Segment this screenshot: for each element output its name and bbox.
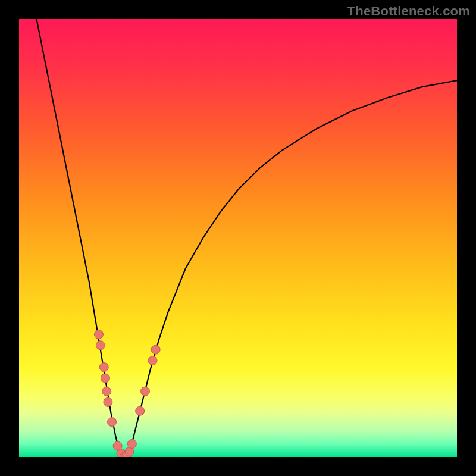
data-marker	[125, 447, 134, 456]
data-marker	[140, 387, 149, 396]
data-marker	[136, 406, 145, 415]
data-marker	[94, 330, 103, 339]
data-marker	[102, 387, 111, 396]
data-marker	[96, 341, 105, 350]
watermark-text: TheBottleneck.com	[347, 4, 470, 19]
data-marker	[99, 363, 108, 372]
data-marker	[101, 374, 109, 383]
data-marker	[148, 356, 157, 365]
data-marker	[104, 398, 112, 407]
data-marker	[151, 345, 160, 354]
gradient-background	[19, 19, 457, 457]
bottleneck-chart	[19, 19, 457, 457]
plot-area	[19, 19, 457, 457]
data-marker	[108, 418, 117, 427]
chart-frame: TheBottleneck.com	[0, 0, 476, 476]
data-marker	[127, 439, 136, 448]
